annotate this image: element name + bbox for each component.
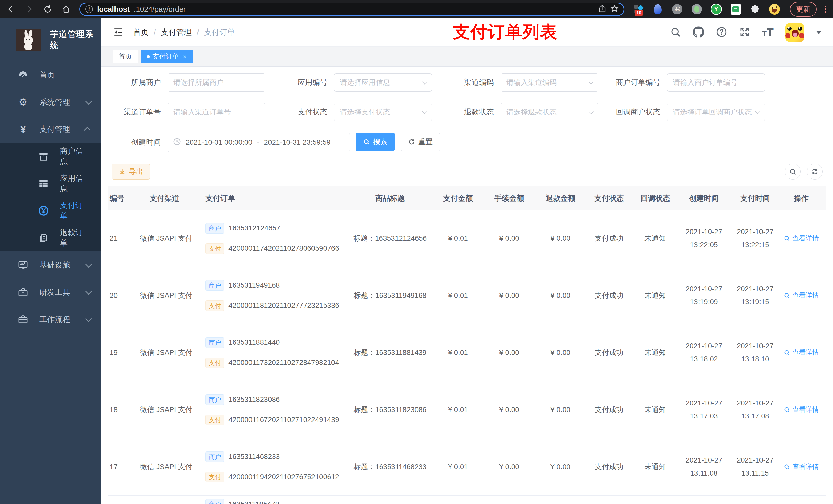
pay-status-select[interactable]: 请选择支付状态: [334, 103, 432, 121]
app-id-select[interactable]: 请选择应用信息: [334, 73, 432, 92]
sidebar-item-home[interactable]: 首页: [0, 62, 101, 89]
cell-channel: 微信 JSAPI 支付: [126, 233, 193, 244]
url-path: :1024/pay/order: [134, 5, 186, 14]
refund-status-select[interactable]: 请选择退款状态: [501, 103, 598, 121]
pay-time: 13:11:15: [742, 468, 769, 479]
create-date: 2021-10-27: [686, 341, 722, 351]
sidebar-collapse-icon[interactable]: [113, 26, 124, 39]
merchant-tag: 商户: [206, 223, 224, 234]
merchant-order-no: 1635311468233: [229, 452, 280, 462]
tab-close-icon[interactable]: ×: [183, 53, 187, 60]
col-header-id: 编号: [108, 193, 126, 203]
cell-refund: ¥ 0.00: [535, 233, 586, 244]
home-icon[interactable]: [61, 4, 71, 14]
sidebar-item-merchant-info[interactable]: 商户信息: [0, 143, 101, 170]
table-grid-icon: [38, 178, 50, 189]
cell-title: 标题：1635311468233: [348, 462, 432, 472]
tab-pay-order[interactable]: 支付订单 ×: [141, 50, 193, 63]
user-avatar[interactable]: [785, 23, 804, 42]
view-detail-link[interactable]: 查看详情: [784, 462, 819, 472]
clock-icon: [173, 138, 181, 147]
cell-fee: ¥ 0.00: [484, 290, 535, 301]
merchant-input[interactable]: [173, 78, 260, 87]
breadcrumb-pay[interactable]: 支付管理: [161, 27, 192, 38]
yen-circle-icon: [38, 206, 50, 216]
fullscreen-icon[interactable]: [739, 26, 750, 39]
pay-time: 13:19:15: [741, 297, 769, 307]
share-icon[interactable]: [598, 5, 606, 14]
cell-refund: ¥ 0.00: [535, 462, 586, 472]
extension-record-icon[interactable]: [691, 4, 703, 15]
cell-notify-status: 未通知: [632, 290, 678, 301]
address-bar[interactable]: i localhost :1024/pay/order: [79, 3, 624, 16]
pay-order-no: 4200001167202110271022491439: [229, 415, 339, 425]
search-button[interactable]: 搜索: [356, 133, 395, 151]
cell-channel: 微信 JSAPI 支付: [126, 462, 193, 472]
search-icon[interactable]: [670, 26, 681, 39]
site-info-icon[interactable]: i: [85, 5, 93, 13]
chevron-down-icon: [589, 79, 594, 85]
export-button[interactable]: 导出: [112, 164, 150, 179]
bookmark-star-icon[interactable]: [611, 5, 619, 14]
cell-fee: ¥ 0.00: [484, 462, 535, 472]
app-logo[interactable]: 芋道管理系统: [0, 19, 101, 62]
sidebar-item-system[interactable]: ⚙ 系统管理: [0, 89, 101, 116]
browser-menu-icon[interactable]: [825, 6, 826, 13]
merchant-order-no-input[interactable]: [667, 73, 765, 92]
sidebar: 芋道管理系统 首页 ⚙ 系统管理 ¥ 支付管理 商户信息: [0, 19, 101, 504]
create-time: 13:17:03: [690, 411, 718, 422]
sidebar-item-payment[interactable]: ¥ 支付管理: [0, 116, 101, 143]
channel-order-no-input[interactable]: [168, 103, 265, 121]
cell-id: 21: [108, 233, 126, 244]
refresh-table-button[interactable]: [807, 164, 823, 179]
col-header-create-time: 创建时间: [678, 193, 730, 203]
page-header: 首页 / 支付管理 / 支付订单 支付订单列表 TT: [101, 19, 833, 47]
sidebar-item-label: 研发工具: [40, 287, 70, 297]
pay-order-no: 4200001174202110278060590766: [229, 243, 339, 254]
col-header-status: 支付状态: [586, 193, 632, 203]
view-detail-link[interactable]: 查看详情: [784, 348, 819, 358]
app-title: 芋道管理系统: [50, 29, 101, 51]
browser-update-button[interactable]: 更新: [790, 2, 817, 17]
sidebar-item-label: 工作流程: [40, 314, 70, 325]
extensions-puzzle-icon[interactable]: [749, 4, 761, 15]
reload-icon[interactable]: [43, 4, 53, 14]
sidebar-item-pay-order[interactable]: 支付订单: [0, 197, 101, 224]
extension-y-icon[interactable]: Y: [711, 4, 722, 15]
view-detail-link[interactable]: 查看详情: [784, 291, 819, 301]
help-icon[interactable]: [716, 26, 727, 39]
profile-avatar-icon[interactable]: [769, 4, 780, 15]
cell-id: 19: [108, 347, 126, 358]
sidebar-item-workflow[interactable]: 工作流程: [0, 306, 101, 333]
extension-pinned-icon[interactable]: 10: [633, 4, 644, 15]
show-search-toggle-button[interactable]: [785, 164, 801, 179]
breadcrumb-home[interactable]: 首页: [133, 27, 148, 38]
sidebar-item-label: 系统管理: [40, 97, 70, 107]
view-detail-link[interactable]: 查看详情: [784, 405, 819, 415]
extension-chat-icon[interactable]: [730, 4, 741, 15]
back-icon[interactable]: [6, 4, 16, 14]
callback-status-select[interactable]: 请选择订单回调商户状态: [667, 103, 765, 121]
sidebar-item-refund-order[interactable]: 退款订单: [0, 224, 101, 251]
magnifier-icon: [784, 349, 790, 356]
sidebar-item-infrastructure[interactable]: 基础设施: [0, 251, 101, 279]
github-icon[interactable]: [693, 26, 704, 39]
reset-button[interactable]: 重置: [401, 133, 440, 151]
filter-label: 回调商户状态: [611, 107, 667, 117]
merchant-tag: 商户: [206, 499, 224, 504]
extension-command-icon[interactable]: ⌘: [672, 4, 683, 15]
forward-icon[interactable]: [24, 4, 34, 14]
extension-gem-icon[interactable]: [652, 4, 663, 15]
col-header-channel: 支付渠道: [126, 193, 193, 203]
view-detail-link[interactable]: 查看详情: [784, 234, 819, 243]
merchant-select-input[interactable]: [168, 73, 265, 92]
cell-amount: ¥ 0.01: [432, 290, 484, 301]
cell-amount: ¥ 0.01: [432, 405, 484, 415]
tab-home[interactable]: 首页: [113, 50, 138, 63]
font-size-icon[interactable]: TT: [762, 26, 774, 39]
create-time-range-input[interactable]: 2021-10-01 00:00:00 - 2021-10-31 23:59:5…: [168, 133, 350, 152]
sidebar-item-dev-tools[interactable]: 研发工具: [0, 279, 101, 306]
avatar-caret-icon[interactable]: [816, 31, 822, 34]
sidebar-item-app-info[interactable]: 应用信息: [0, 170, 101, 197]
channel-code-select[interactable]: 请输入渠道编码: [501, 73, 598, 92]
